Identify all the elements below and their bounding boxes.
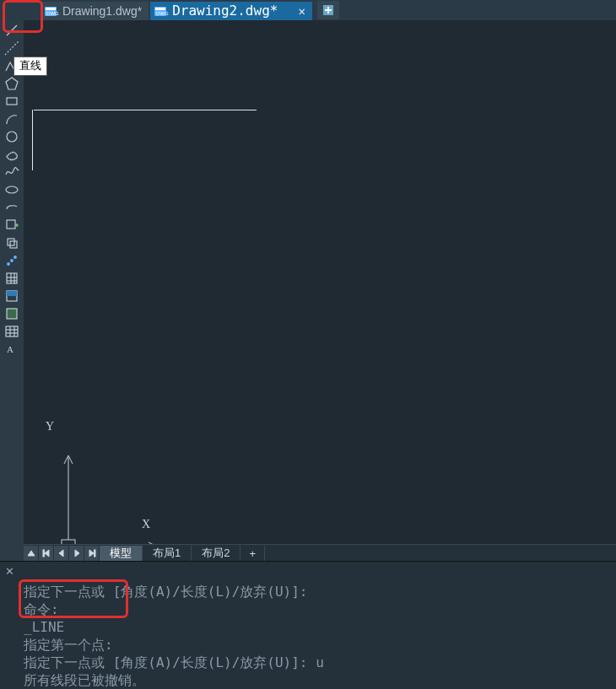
- make-block-tool[interactable]: [3, 234, 21, 251]
- new-tab-button[interactable]: [317, 1, 339, 19]
- svg-rect-42: [94, 550, 95, 557]
- svg-point-16: [8, 263, 10, 266]
- tab-label: Drawing1.dwg*: [62, 4, 142, 18]
- drawn-segment-horizontal: [34, 110, 257, 110]
- svg-text:A: A: [7, 344, 14, 354]
- svg-rect-26: [7, 309, 17, 319]
- circle-tool[interactable]: [3, 128, 21, 145]
- table-tool[interactable]: [3, 323, 21, 340]
- layout-tab-2[interactable]: 布局2: [192, 546, 240, 561]
- dwg-file-icon: DWG: [44, 5, 59, 17]
- layout-add-button[interactable]: +: [240, 546, 265, 561]
- ucs-y-label: Y: [46, 420, 54, 433]
- svg-rect-19: [7, 273, 17, 283]
- svg-text:DWG: DWG: [46, 11, 59, 16]
- ucs-x-label: X: [142, 518, 150, 531]
- svg-rect-10: [7, 98, 17, 105]
- polygon-tool[interactable]: [3, 75, 21, 92]
- drawing-canvas[interactable]: [24, 20, 616, 544]
- svg-rect-4: [155, 8, 165, 10]
- svg-point-18: [14, 256, 17, 259]
- layout-prev[interactable]: [54, 546, 68, 561]
- hatch-tool[interactable]: [3, 270, 21, 287]
- svg-rect-15: [10, 241, 17, 248]
- layout-tab-model[interactable]: 模型: [100, 546, 143, 561]
- svg-marker-40: [75, 550, 79, 557]
- tab-drawing2[interactable]: DWG Drawing2.dwg* ✕: [150, 2, 312, 20]
- svg-point-12: [6, 186, 18, 193]
- tab-drawing1[interactable]: DWG Drawing1.dwg*: [41, 2, 149, 20]
- draw-toolbar: A: [0, 20, 24, 563]
- gradient-tool[interactable]: [3, 288, 21, 304]
- svg-marker-36: [28, 551, 35, 556]
- dwg-file-icon: DWG: [154, 5, 169, 17]
- arc-tool[interactable]: [3, 110, 21, 127]
- tab-label: Drawing2.dwg*: [172, 3, 278, 19]
- svg-marker-9: [6, 78, 18, 89]
- insert-block-tool[interactable]: [3, 217, 21, 234]
- svg-text:DWG: DWG: [156, 11, 169, 16]
- command-panel-close[interactable]: ✕: [5, 565, 14, 578]
- ellipse-tool[interactable]: [3, 181, 21, 198]
- rectangle-tool[interactable]: [3, 93, 21, 110]
- point-tool[interactable]: [3, 252, 21, 269]
- layout-last[interactable]: [84, 546, 99, 561]
- layout-first[interactable]: [39, 546, 53, 561]
- ucs-icon: [61, 440, 170, 561]
- command-history-panel: ✕ 指定下一点或 [角度(A)/长度(L)/放弃(U)]: 命令: _LINE …: [0, 561, 616, 689]
- text-tool[interactable]: A: [3, 341, 21, 358]
- line-tool[interactable]: [3, 22, 21, 39]
- layout-tab-1[interactable]: 布局1: [143, 546, 192, 561]
- layout-next[interactable]: [69, 546, 84, 561]
- close-tab-icon[interactable]: ✕: [298, 4, 305, 18]
- svg-rect-14: [8, 239, 14, 245]
- revcloud-tool[interactable]: [3, 146, 21, 163]
- svg-point-11: [7, 132, 17, 142]
- ellipse-arc-tool[interactable]: [3, 199, 21, 216]
- region-tool[interactable]: [3, 305, 21, 322]
- svg-line-8: [5, 41, 19, 55]
- document-tab-bar: DWG Drawing1.dwg* DWG Drawing2.dwg* ✕: [0, 0, 616, 20]
- svg-rect-25: [7, 291, 17, 296]
- layout-scroll-up[interactable]: [24, 546, 38, 561]
- command-history-text: 指定下一点或 [角度(A)/长度(L)/放弃(U)]: 命令: _LINE 指定…: [24, 565, 609, 689]
- svg-point-17: [11, 260, 14, 262]
- svg-line-7: [7, 25, 17, 35]
- svg-marker-39: [59, 550, 63, 557]
- layout-tab-bar: 模型 布局1 布局2 +: [24, 544, 616, 562]
- svg-marker-41: [89, 550, 94, 557]
- drawn-segment-vertical: [32, 110, 33, 170]
- svg-marker-38: [45, 550, 49, 557]
- spline-tool[interactable]: [3, 164, 21, 180]
- svg-rect-13: [7, 220, 15, 229]
- construction-line-tool[interactable]: [3, 40, 21, 57]
- svg-rect-27: [6, 326, 18, 336]
- svg-rect-1: [46, 8, 56, 10]
- tool-tooltip: 直线: [14, 57, 47, 76]
